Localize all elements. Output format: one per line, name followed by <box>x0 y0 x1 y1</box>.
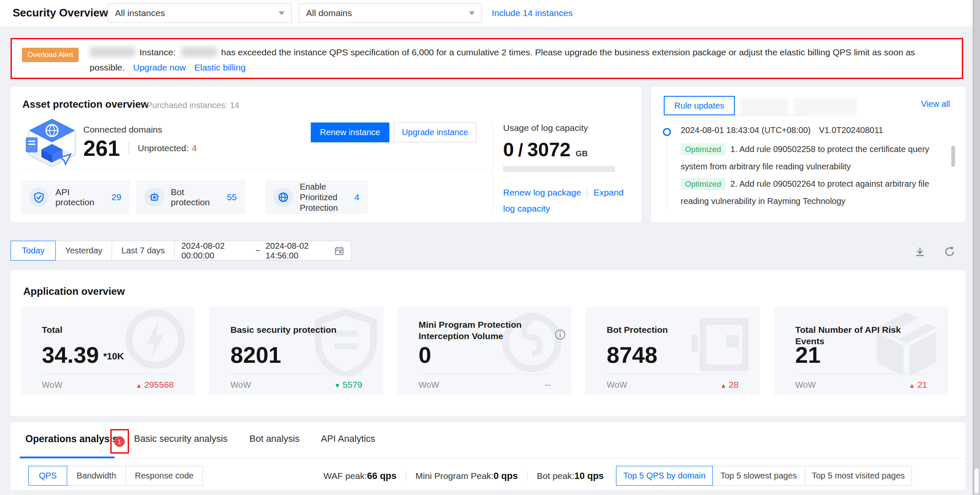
asset-protection-card: Asset protection overview Purchased inst… <box>11 87 641 222</box>
wow-label: WoW <box>42 380 63 390</box>
up-arrow-icon: ▲ <box>136 382 142 389</box>
bot-peak-label: Bot peak: <box>537 471 575 481</box>
application-overview-title: Application overview <box>23 286 125 297</box>
stat-wow-row: WoW ▲21 <box>795 380 927 390</box>
refresh-icon[interactable] <box>944 246 955 258</box>
tab-api-analytics[interactable]: API Analytics <box>321 433 375 444</box>
overload-alert-badge: Overload Alert <box>22 48 79 62</box>
stat-label: Bot Protection <box>607 324 738 335</box>
alert-instance-label: Instance: <box>140 47 175 57</box>
info-icon[interactable] <box>555 329 566 340</box>
tab-qps[interactable]: QPS <box>28 466 67 486</box>
waf-peak: WAF peak: 66 qps <box>314 471 406 481</box>
bot-protection-label: Bot protection <box>171 187 224 207</box>
prioritized-protection-value: 4 <box>354 192 359 202</box>
mini-program-peak-value: 0 qps <box>493 471 517 481</box>
page-scrollbar[interactable] <box>973 0 980 495</box>
lightning-watermark-icon <box>121 309 189 376</box>
mini-program-stat-tile: Mini Program Protection Interception Vol… <box>397 307 572 394</box>
tab-top5-qps-by-domain[interactable]: Top 5 QPS by domain <box>616 466 713 486</box>
api-protection-value: 29 <box>112 192 121 202</box>
tab-response-code[interactable]: Response code <box>126 466 203 486</box>
rule-entry-version: V1.0T202408011 <box>819 125 883 135</box>
wow-delta: ▲21 <box>909 380 927 390</box>
shield-check-icon <box>29 188 49 207</box>
wow-delta-value: 5579 <box>342 380 362 389</box>
wow-label: WoW <box>419 380 439 390</box>
instances-dropdown[interactable]: All instances <box>108 3 292 23</box>
date-range-picker[interactable]: 2024-08-02 00:00:00 ~ 2024-08-02 14:56:0… <box>174 241 351 261</box>
tab-last-7-days[interactable]: Last 7 days <box>112 241 175 261</box>
chevron-down-icon <box>469 11 475 15</box>
bot-peak: Bot peak: 10 qps <box>527 471 613 481</box>
renew-log-package-link[interactable]: Renew log package <box>503 188 581 197</box>
timeline-line <box>666 136 667 212</box>
wow-delta: -- <box>545 380 550 390</box>
up-arrow-icon: ▲ <box>909 382 915 389</box>
upgrade-now-link[interactable]: Upgrade now <box>133 63 186 72</box>
tab-today[interactable]: Today <box>11 241 56 261</box>
include-instances-link[interactable]: Include 14 instances <box>492 8 572 18</box>
tab-bandwidth[interactable]: Bandwidth <box>67 466 126 486</box>
unprotected-value: 4 <box>192 143 197 153</box>
tab-operations-analysis[interactable]: Operations analysis <box>25 433 118 445</box>
api-protection-label: API protection <box>55 187 108 207</box>
waf-peak-label: WAF peak: <box>323 471 367 481</box>
tab-bot-analysis[interactable]: Bot analysis <box>249 433 300 444</box>
value-divider <box>129 142 129 154</box>
range-end: 2024-08-02 14:56:00 <box>266 241 334 261</box>
tab-top5-slowest-pages[interactable]: Top 5 slowest pages <box>712 466 805 486</box>
total-stat-tile: Total 34.39*10K WoW ▲295568 <box>21 307 195 394</box>
prioritized-protection-tile[interactable]: Enable Prioritized Protection 4 <box>265 180 368 214</box>
log-unit: GB <box>576 149 588 158</box>
log-value-separator: / <box>518 140 523 160</box>
scrollbar-thumb[interactable] <box>975 468 979 494</box>
globe-icon <box>274 188 293 207</box>
wow-delta-value: 21 <box>917 380 927 389</box>
wow-delta-value: 295568 <box>144 380 174 389</box>
bot-protection-tile[interactable]: Bot protection 55 <box>136 180 245 214</box>
log-total-value: 3072 <box>527 138 570 161</box>
analysis-card: Operations analysis 1 Basic security ana… <box>11 422 965 490</box>
log-links-separator: | <box>586 188 588 197</box>
rule-entry-item: Optimized2. Add rule 090502264 to protec… <box>681 175 955 209</box>
stat-value-suffix: *10K <box>103 351 124 362</box>
robot-watermark-icon <box>690 309 754 376</box>
calendar-icon[interactable] <box>334 245 344 256</box>
wow-label: WoW <box>795 380 816 390</box>
wow-label: WoW <box>607 380 627 390</box>
stat-value: 8201 <box>230 343 281 367</box>
stat-wow-row: WoW ▲28 <box>607 380 739 390</box>
elastic-billing-link[interactable]: Elastic billing <box>194 63 246 72</box>
tab-yesterday[interactable]: Yesterday <box>55 241 112 261</box>
log-used-value: 0 <box>503 138 514 161</box>
tab-top5-most-visited-pages[interactable]: Top 5 most visited pages <box>805 466 912 486</box>
wow-delta-value: 28 <box>729 380 739 389</box>
wow-delta: ▼5579 <box>334 380 362 390</box>
optimized-badge: Optimized <box>681 143 725 155</box>
wow-label: WoW <box>230 380 251 390</box>
bot-protection-stat-tile: Bot Protection 8748 WoW ▲28 <box>586 307 760 394</box>
range-start: 2024-08-02 00:00:00 <box>181 241 250 261</box>
domains-dropdown[interactable]: All domains <box>299 3 482 23</box>
view-all-link[interactable]: View all <box>921 99 950 109</box>
tab-underline <box>735 115 808 115</box>
stat-wow-row: WoW ▲295568 <box>42 380 174 390</box>
card-scrollbar-thumb[interactable] <box>951 146 955 167</box>
renew-instance-button[interactable]: Renew instance <box>311 122 389 142</box>
top5-switcher: Top 5 QPS by domain Top 5 slowest pages … <box>616 466 912 486</box>
redacted-tab[interactable] <box>741 98 788 115</box>
redacted-tab[interactable] <box>794 98 857 115</box>
peak-stats: WAF peak: 66 qps Mini Program Peak: 0 qp… <box>314 466 613 486</box>
up-arrow-icon: ▲ <box>720 382 727 389</box>
tab-rule-updates[interactable]: Rule updates <box>664 96 735 115</box>
stat-value-number: 34.39 <box>42 342 99 367</box>
api-protection-tile[interactable]: API protection 29 <box>21 180 130 214</box>
download-icon[interactable] <box>914 246 926 258</box>
stat-label: Mini Program Protection Interception Vol… <box>419 319 550 342</box>
redacted-instance-text <box>181 47 217 57</box>
instances-dropdown-value: All instances <box>115 8 165 18</box>
log-links: Renew log package|Expand log capacity <box>503 185 630 217</box>
upgrade-instance-button[interactable]: Upgrade instance <box>394 122 476 142</box>
tab-basic-security-analysis[interactable]: Basic security analysis <box>134 433 227 444</box>
